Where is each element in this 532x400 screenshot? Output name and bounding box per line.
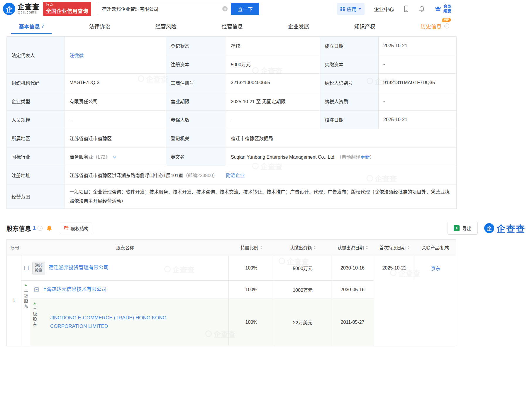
related-product-cell: 京东: [415, 255, 456, 281]
shareholder-section-header: 股东信息 1 股权结构 导出 企 企查查: [6, 222, 526, 235]
approval-date-value: 2025-10-21: [379, 111, 457, 129]
search-input[interactable]: [98, 3, 231, 15]
collapse-arrow-icon[interactable]: [24, 284, 27, 286]
top-bar: 企 企查查 Qcc.com® 传奇 全国企业信用查询 查一下 应用 企业中心: [0, 0, 532, 16]
tab-label: 企业发展: [288, 22, 309, 30]
shareholder-row: 涵邦投资 宿迁涵邦投资管理有限公司: [21, 255, 229, 281]
tab-history-info[interactable]: 历史信息 VIP: [421, 18, 449, 34]
english-name-label: 英文名: [166, 148, 226, 166]
tab-intellectual-property[interactable]: 知识产权: [354, 18, 375, 34]
org-code-label: 组织机构代码: [7, 74, 65, 92]
reg-status-label: 登记状态: [166, 37, 226, 55]
est-date-value: 2025-10-21: [379, 37, 457, 55]
equity-structure-button[interactable]: 股权结构: [60, 223, 92, 234]
tab-company-development[interactable]: 企业发展: [288, 18, 309, 34]
shareholder-name-link[interactable]: 宿迁涵邦投资管理有限公司: [49, 264, 109, 272]
tab-label: 经营信息: [222, 22, 243, 30]
insured-count-value: -: [226, 111, 320, 129]
table-row: 所属地区 江苏省宿迁市宿豫区 登记机关 宿迁市宿豫区数据局: [7, 129, 457, 148]
export-button[interactable]: 导出: [448, 222, 478, 235]
industry-expand-icon[interactable]: [113, 155, 116, 160]
est-date-label: 成立日期: [320, 37, 379, 55]
ratio-cell: 100%: [229, 255, 274, 281]
info-icon[interactable]: [444, 23, 449, 28]
apps-label: 应用: [347, 5, 357, 13]
sort-icon[interactable]: [314, 246, 316, 249]
col-header-related-products: 关联产品/机构: [415, 240, 456, 255]
table-row: 注册地址 江苏省宿迁市宿豫区洪泽湖东路南侧呼叫中心1层101室（邮编223800…: [7, 166, 457, 184]
col-header-ratio: 持股比例: [229, 240, 274, 255]
tab-business-info[interactable]: 经营信息: [222, 18, 243, 34]
subscribed-date-cell: 2011-05-27: [331, 299, 374, 346]
level2-indicator: 二级股东: [21, 281, 30, 346]
qcc-logo-text[interactable]: 企查查 Qcc.com®: [18, 3, 40, 15]
biz-term-value: 2025-10-21 至 无固定期限: [226, 92, 320, 111]
shareholder-count: 1: [33, 225, 35, 231]
search-button[interactable]: 查一下: [231, 3, 259, 15]
shareholder-logo: 涵邦投资: [32, 262, 45, 274]
legal-rep-link[interactable]: 汪微微: [70, 53, 84, 58]
member-renew[interactable]: 会员 续费: [434, 4, 451, 13]
empty-cell: [374, 281, 456, 346]
reg-authority-label: 登记机关: [166, 129, 226, 148]
legal-rep-label: 法定代表人: [7, 37, 65, 74]
shareholder-name-link[interactable]: 上海晟达元信息技术有限公司: [42, 285, 106, 294]
reg-capital-label: 注册资本: [166, 55, 226, 74]
shareholder-name-link[interactable]: JINGDONG E-COMMERCE (TRADE) HONG KONG CO…: [50, 314, 197, 331]
logo-domain: Qcc.com®: [18, 11, 40, 15]
collapse-toggle-icon[interactable]: [34, 287, 39, 292]
equity-structure-icon: [64, 225, 69, 231]
table-row: 国标行业 商务服务业（L72） 英文名 Suqian Yunbang Enter…: [7, 148, 457, 166]
ratio-cell: 100%: [229, 299, 274, 346]
sort-icon[interactable]: [260, 246, 262, 249]
related-product-link[interactable]: 京东: [431, 265, 440, 272]
notification-bell-icon[interactable]: [419, 6, 425, 12]
table-row: 人员规模 - 参保人数 - 核准日期 2025-10-21: [7, 111, 457, 129]
vip-badge: VIP: [442, 18, 451, 22]
industry-value: 商务服务业（L72）: [65, 148, 166, 166]
region-value: 江苏省宿迁市宿豫区: [65, 129, 166, 148]
collapse-toggle-icon[interactable]: [24, 266, 29, 270]
qcc-brand-name: 企查查: [497, 222, 526, 235]
region-label: 所属地区: [7, 129, 65, 148]
first-holding-date-cell: 2025-10-21: [374, 255, 415, 281]
excel-icon: [454, 225, 460, 231]
insured-count-label: 参保人数: [166, 111, 226, 129]
basic-info-table: 法定代表人 汪微微 登记状态 存续 成立日期 2025-10-21 注册资本 5…: [6, 36, 457, 209]
mobile-app-icon[interactable]: [403, 5, 409, 12]
search-bar: 查一下: [98, 3, 259, 15]
promo-badge[interactable]: 传奇 全国企业信用查询: [43, 2, 91, 16]
translate-update-link[interactable]: 更新: [360, 155, 370, 160]
tab-operational-risk[interactable]: 经营风险: [155, 18, 177, 34]
tab-legal-proceedings[interactable]: 法律诉讼: [89, 18, 110, 34]
tab-label: 知识产权: [354, 22, 375, 30]
english-name-value: Suqian Yunbang Enterprise Management Co.…: [226, 148, 457, 166]
info-icon[interactable]: [38, 226, 43, 231]
enterprise-center-link[interactable]: 企业中心: [374, 5, 394, 13]
clear-search-icon[interactable]: [222, 6, 228, 11]
tax-id-label: 纳税人识别号: [320, 74, 379, 92]
qcc-logo-icon[interactable]: 企: [3, 3, 15, 15]
sort-icon[interactable]: [407, 246, 410, 249]
collapse-arrow-icon[interactable]: [33, 302, 36, 304]
nearby-companies-link[interactable]: 附近企业: [226, 173, 245, 178]
sort-icon[interactable]: [366, 246, 368, 249]
apps-menu[interactable]: 应用: [337, 3, 365, 15]
level3-indicator: 三级股东: [30, 299, 39, 346]
monitor-bell-icon[interactable]: [46, 225, 52, 231]
table-row: 组织机构代码 MAG1F7DQ-3 工商注册号 321321000400665 …: [7, 74, 457, 92]
tab-label: 基本信息: [19, 22, 40, 30]
member-crown-icon: [434, 5, 442, 13]
section-title: 股东信息: [6, 224, 31, 233]
industry-label: 国标行业: [7, 148, 65, 166]
paid-capital-label: 实缴资本: [320, 55, 379, 74]
biz-no-label: 工商注册号: [166, 74, 226, 92]
apps-grid-icon: [340, 7, 345, 11]
legal-rep-value: 汪微微: [65, 37, 166, 74]
tax-qual-value: -: [379, 92, 457, 111]
reg-status-value: 存续: [226, 37, 320, 55]
member-label: 会员 续费: [443, 4, 451, 13]
tab-basic-info[interactable]: 基本信息 7: [19, 18, 44, 34]
reg-authority-value: 宿迁市宿豫区数据局: [226, 129, 457, 148]
chevron-down-icon: [359, 8, 361, 10]
